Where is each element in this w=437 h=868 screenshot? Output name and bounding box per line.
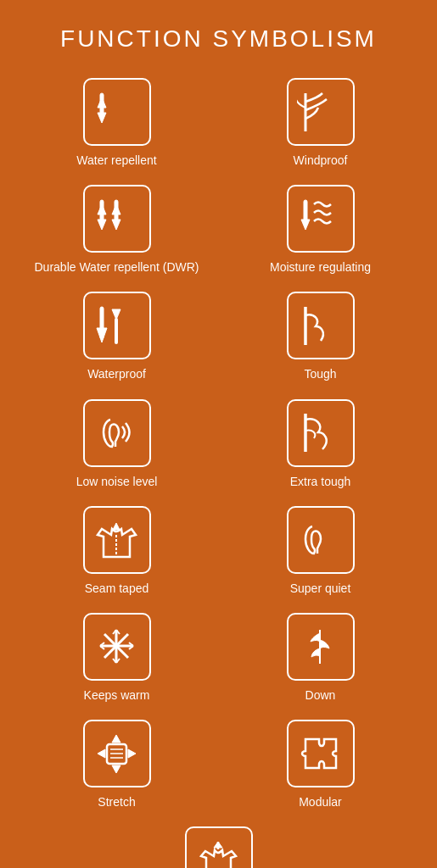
symbol-item-seam-taped: Seam taped — [24, 506, 210, 596]
extra-tough-label: Extra tough — [290, 474, 351, 489]
keeps-warm-label: Keeps warm — [84, 687, 150, 703]
svg-marker-19 — [113, 523, 120, 530]
modular-icon — [297, 731, 344, 777]
water-repellent-icon — [93, 89, 140, 136]
seam-taped-icon — [93, 516, 140, 563]
windproof-label: Windproof — [294, 153, 348, 168]
low-noise-icon — [93, 409, 140, 456]
symbol-item-super-quiet: Super quiet — [227, 506, 414, 596]
symbol-item-keeps-warm: Keeps warm — [24, 613, 210, 703]
windproof-icon — [297, 89, 344, 136]
symbol-item-extra-tough: Extra tough — [227, 399, 414, 489]
symbol-box-water-repellent — [83, 78, 151, 146]
symbol-item-down: Down — [227, 613, 414, 703]
super-quiet-label: Super quiet — [290, 581, 351, 596]
dwr-icon — [93, 196, 140, 242]
extra-tough-icon — [297, 409, 344, 456]
page-title: FUNCTION SYMBOLISM — [60, 25, 377, 53]
waterproof-label: Waterproof — [87, 366, 146, 381]
svg-marker-6 — [98, 204, 106, 214]
symbol-item-tough: Tough — [227, 292, 414, 381]
reversible-icon — [195, 837, 242, 868]
symbol-item-windproof: Windproof — [227, 78, 414, 168]
tough-label: Tough — [304, 366, 336, 381]
svg-marker-11 — [301, 220, 310, 230]
low-noise-label: Low noise level — [76, 474, 158, 489]
dwr-label: Durable Water repellent (DWR) — [35, 259, 199, 275]
svg-marker-1 — [98, 113, 106, 123]
symbol-item-low-noise: Low noise level — [24, 399, 210, 489]
svg-marker-8 — [112, 220, 120, 230]
symbol-box-keeps-warm — [83, 613, 151, 681]
symbols-grid: Water repellent Windproof — [24, 78, 414, 868]
symbol-box-extra-tough — [287, 399, 355, 467]
symbol-item-waterproof: Waterproof — [24, 292, 210, 381]
symbol-box-low-noise — [83, 399, 151, 467]
down-icon — [297, 623, 344, 670]
symbol-box-waterproof — [83, 292, 151, 359]
symbol-box-moisture — [287, 185, 355, 253]
tough-icon — [297, 303, 344, 349]
symbol-box-modular — [287, 720, 355, 787]
symbol-item-modular: Modular — [227, 720, 414, 810]
svg-marker-33 — [112, 765, 120, 773]
symbol-box-down — [287, 613, 355, 681]
svg-marker-5 — [98, 220, 106, 230]
svg-marker-34 — [98, 749, 105, 758]
down-label: Down — [305, 687, 336, 703]
symbol-box-tough — [287, 292, 355, 359]
water-repellent-label: Water repellent — [76, 153, 156, 168]
symbol-box-stretch — [83, 720, 151, 787]
moisture-icon — [297, 196, 344, 242]
super-quiet-icon — [297, 516, 344, 563]
symbol-item-stretch: Stretch — [24, 720, 210, 810]
symbol-box-windproof — [287, 78, 355, 146]
svg-marker-9 — [112, 204, 120, 214]
symbol-item-water-repellent: Water repellent — [24, 78, 210, 168]
symbol-item-dwr: Durable Water repellent (DWR) — [24, 185, 210, 275]
svg-marker-13 — [97, 328, 107, 342]
symbol-item-reversible: Reversible — [185, 826, 253, 868]
symbol-box-dwr — [83, 185, 151, 253]
waterproof-icon — [93, 303, 140, 349]
moisture-label: Moisture regulating — [270, 259, 371, 275]
stretch-icon — [93, 731, 140, 777]
symbol-item-moisture: Moisture regulating — [227, 185, 414, 275]
svg-marker-2 — [98, 97, 106, 108]
symbol-box-reversible — [185, 826, 253, 868]
keeps-warm-icon — [93, 623, 140, 670]
svg-marker-35 — [128, 749, 136, 758]
seam-taped-label: Seam taped — [85, 581, 149, 596]
symbol-box-super-quiet — [287, 506, 355, 574]
svg-marker-32 — [112, 735, 120, 743]
modular-label: Modular — [299, 794, 342, 810]
stretch-label: Stretch — [98, 794, 135, 810]
symbol-box-seam-taped — [83, 506, 151, 574]
